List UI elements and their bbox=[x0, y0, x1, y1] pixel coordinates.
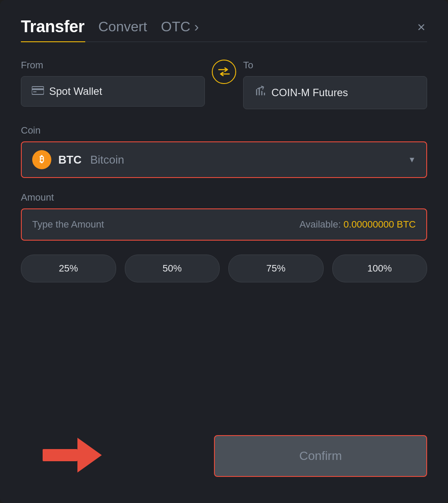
arrow-shaft bbox=[43, 449, 77, 461]
swap-button[interactable] bbox=[212, 60, 236, 84]
from-wallet-text: Spot Wallet bbox=[49, 85, 102, 97]
swap-container bbox=[205, 60, 243, 89]
red-arrow bbox=[43, 438, 102, 473]
confirm-button[interactable]: Confirm bbox=[214, 435, 427, 477]
active-tab-indicator bbox=[21, 41, 85, 42]
modal-header: Transfer Convert OTC › × bbox=[21, 17, 427, 36]
to-group: To COIN-M Futures bbox=[243, 60, 427, 109]
pct-75-button[interactable]: 75% bbox=[228, 255, 324, 282]
wallet-card-icon bbox=[32, 85, 44, 97]
to-wallet-selector[interactable]: COIN-M Futures bbox=[243, 76, 427, 109]
svg-rect-0 bbox=[32, 87, 44, 94]
percentage-buttons: 25% 50% 75% 100% bbox=[21, 255, 427, 282]
header-divider bbox=[21, 41, 427, 42]
tab-convert[interactable]: Convert bbox=[98, 19, 147, 35]
from-wallet-selector[interactable]: Spot Wallet bbox=[21, 76, 205, 107]
from-group: From Spot Wallet bbox=[21, 60, 205, 107]
transfer-modal: Transfer Convert OTC › × From Spot Walle… bbox=[0, 0, 448, 503]
amount-placeholder: Type the Amount bbox=[32, 219, 104, 230]
btc-icon: ₿ bbox=[32, 150, 51, 169]
svg-text:₿: ₿ bbox=[40, 154, 44, 164]
chevron-down-icon: ▼ bbox=[408, 155, 416, 164]
svg-rect-1 bbox=[32, 88, 44, 90]
arrow-indicator bbox=[43, 438, 102, 473]
svg-rect-2 bbox=[33, 91, 37, 92]
bottom-area: Confirm bbox=[21, 426, 427, 477]
amount-input-box[interactable]: Type the Amount Available: 0.00000000 BT… bbox=[21, 208, 427, 241]
pct-100-button[interactable]: 100% bbox=[332, 255, 428, 282]
pct-50-button[interactable]: 50% bbox=[125, 255, 220, 282]
tab-otc[interactable]: OTC › bbox=[161, 19, 199, 35]
to-label: To bbox=[243, 60, 427, 71]
from-to-section: From Spot Wallet bbox=[21, 60, 427, 109]
pct-25-button[interactable]: 25% bbox=[21, 255, 116, 282]
amount-label: Amount bbox=[21, 192, 54, 203]
tab-transfer[interactable]: Transfer bbox=[21, 17, 84, 36]
coin-label: Coin bbox=[21, 125, 40, 136]
from-label: From bbox=[21, 60, 205, 71]
available-amount: 0.00000000 BTC bbox=[344, 219, 416, 230]
close-button[interactable]: × bbox=[415, 18, 427, 36]
available-text: Available: 0.00000000 BTC bbox=[300, 219, 416, 230]
coin-fullname: Bitcoin bbox=[90, 153, 124, 167]
to-wallet-text: COIN-M Futures bbox=[271, 87, 348, 99]
coin-symbol: BTC bbox=[58, 153, 81, 167]
futures-icon bbox=[254, 85, 266, 100]
coin-section: Coin ₿ BTC Bitcoin ▼ bbox=[21, 125, 427, 178]
arrow-head bbox=[77, 438, 102, 473]
amount-section: Amount Type the Amount Available: 0.0000… bbox=[21, 192, 427, 241]
coin-selector[interactable]: ₿ BTC Bitcoin ▼ bbox=[21, 141, 427, 178]
